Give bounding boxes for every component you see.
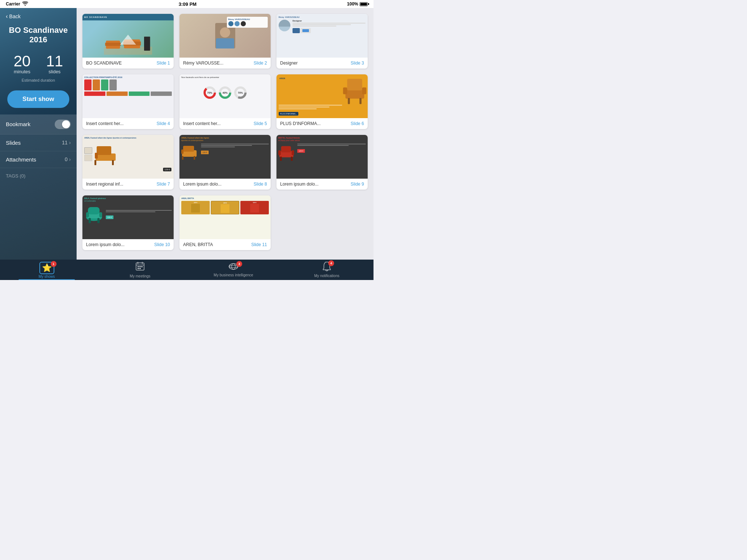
- svg-rect-49: [138, 266, 139, 267]
- bookmark-toggle[interactable]: [55, 120, 71, 129]
- svg-rect-37: [291, 157, 293, 161]
- main-content: ‹ Back BO Scandinave 2016 20 minutes 11 …: [0, 8, 374, 260]
- tab-my-notifications[interactable]: 4 My notifications: [280, 260, 374, 280]
- slide-card-6[interactable]: AREN: [276, 74, 368, 129]
- slide-number-11: Slide 11: [251, 242, 267, 247]
- slide-thumbnail-3: Rémy VAROUSSEAU Designer: [276, 14, 368, 58]
- svg-rect-31: [194, 156, 195, 160]
- slide-name-6: PLUS D'INFORMA...: [280, 121, 348, 126]
- svg-rect-2: [105, 43, 121, 46]
- svg-rect-26: [112, 160, 114, 165]
- slide-card-4[interactable]: COLLECTION PRINTEMPS-ÉTÉ 2016: [82, 74, 174, 129]
- slide-number-9: Slide 9: [351, 182, 364, 187]
- svg-rect-52: [138, 268, 139, 269]
- svg-rect-51: [141, 266, 143, 267]
- svg-rect-33: [281, 146, 291, 152]
- tab-my-meetings[interactable]: My meetings: [93, 260, 187, 280]
- start-show-button[interactable]: Start show: [7, 90, 69, 108]
- status-bar-time: 3:09 PM: [179, 1, 197, 7]
- my-notifications-icon: [322, 266, 331, 272]
- svg-rect-28: [183, 146, 194, 152]
- my-business-icon: [228, 265, 239, 272]
- slide-card-9[interactable]: BRITTA, Fauteuil féminin et Depsy pour c…: [276, 135, 368, 190]
- slide-thumbnail-1: BO SCANDINAVE: [82, 14, 174, 58]
- slide-card-10[interactable]: EBLA, Fauteuil généreux et Confortable: [82, 195, 174, 250]
- slides-stat: 11 slides: [46, 54, 63, 74]
- slide-name-9: Lorem ipsum dolo...: [280, 182, 348, 187]
- slides-chevron-icon: ›: [69, 140, 71, 145]
- slide-thumbnail-4: COLLECTION PRINTEMPS-ÉTÉ 2016: [82, 74, 174, 118]
- slide-card-3[interactable]: Rémy VAROUSSEAU Designer: [276, 14, 368, 69]
- slides-number: 11: [46, 54, 63, 69]
- slide-info-6: PLUS D'INFORMA... Slide 6: [276, 118, 368, 129]
- slide-number-3: Slide 3: [351, 61, 364, 66]
- slide-info-5: Insert content her... Slide 5: [179, 118, 271, 129]
- slide-card-8[interactable]: AREN, Fauteuil allant des lignes épurées…: [179, 135, 271, 190]
- slide-number-1: Slide 1: [156, 61, 170, 66]
- svg-rect-44: [97, 218, 100, 223]
- left-panel: ‹ Back BO Scandinave 2016 20 minutes 11 …: [0, 8, 77, 260]
- wifi-icon: [22, 1, 28, 7]
- svg-rect-19: [362, 88, 366, 94]
- duration-label: Estimated duration: [0, 78, 77, 87]
- svg-rect-41: [86, 212, 89, 217]
- svg-rect-36: [280, 157, 282, 161]
- slide-name-10: Lorem ipsum dolo...: [86, 242, 152, 247]
- toggle-knob: [62, 120, 70, 128]
- my-shows-star-icon: ⭐: [42, 263, 52, 273]
- slides-grid: BO SCANDINAVE: [82, 14, 368, 250]
- my-business-label: My business intelligence: [214, 273, 253, 277]
- slide-name-11: AREN, BRITTA: [183, 242, 249, 247]
- slide-thumbnail-2: Rémy VAROUSSEAU: [179, 14, 271, 58]
- svg-rect-24: [95, 153, 98, 159]
- status-bar-right: 100%: [347, 1, 368, 7]
- slides-row-right: 11 ›: [62, 140, 71, 145]
- my-notifications-label: My notifications: [314, 274, 340, 278]
- slide-card-11[interactable]: AREN, BRITTA 129 € 129 €: [179, 195, 271, 250]
- svg-rect-18: [343, 88, 347, 94]
- svg-rect-43: [89, 218, 91, 223]
- slide-card-5[interactable]: Nos fauteuils sont fiers de se présenter…: [179, 74, 271, 129]
- back-button[interactable]: ‹ Back: [0, 8, 77, 23]
- slides-row[interactable]: Slides 11 ›: [0, 135, 77, 151]
- slide-number-7: Slide 7: [156, 182, 170, 187]
- slide-name-3: Designer: [280, 61, 348, 66]
- my-shows-label: My shows: [39, 275, 55, 279]
- slide-info-11: AREN, BRITTA Slide 11: [179, 239, 271, 250]
- my-notifications-badge: 4: [328, 260, 334, 266]
- slide-number-8: Slide 8: [253, 182, 267, 187]
- my-shows-badge: 1: [51, 261, 57, 267]
- svg-rect-29: [181, 149, 183, 154]
- slide-card-7[interactable]: AREN, Fauteuil allant des lignes épurées…: [82, 135, 174, 190]
- bookmark-toggle-row: Bookmark: [0, 114, 77, 135]
- svg-rect-50: [139, 266, 141, 267]
- svg-rect-42: [99, 212, 102, 217]
- slide-thumbnail-8: AREN, Fauteuil allant des lignes épurées…: [179, 135, 271, 179]
- back-label: Back: [9, 13, 20, 19]
- minutes-stat: 20 minutes: [13, 54, 31, 74]
- slide-number-2: Slide 2: [253, 61, 267, 66]
- tab-my-shows[interactable]: ⭐ 1 My shows: [0, 260, 93, 280]
- slide-info-4: Insert content her... Slide 4: [82, 118, 174, 129]
- svg-rect-17: [347, 79, 362, 90]
- svg-text:40%: 40%: [222, 92, 228, 94]
- minutes-number: 20: [13, 54, 31, 69]
- slides-panel: BO SCANDINAVE: [77, 8, 374, 260]
- attachments-row[interactable]: Attachments 0 ›: [0, 151, 77, 168]
- status-bar-left: Carrier: [6, 1, 28, 7]
- tags-label: TAGS (0): [0, 168, 77, 184]
- my-shows-active-indicator: [19, 279, 75, 280]
- slide-info-2: Rémy VAROUSSE... Slide 2: [179, 58, 271, 69]
- slide-number-10: Slide 10: [154, 242, 170, 247]
- svg-point-55: [232, 264, 235, 269]
- tab-my-business[interactable]: 3 My business intelligence: [187, 260, 280, 280]
- slide-info-10: Lorem ipsum dolo... Slide 10: [82, 239, 174, 250]
- attachments-row-right: 0 ›: [65, 156, 71, 162]
- slide-name-2: Rémy VAROUSSE...: [183, 61, 251, 66]
- slide-info-9: Lorem ipsum dolo... Slide 9: [276, 179, 368, 190]
- slide-card-1[interactable]: BO SCANDINAVE: [82, 14, 174, 69]
- slide-card-2[interactable]: Rémy VAROUSSEAU Rémy VAROUSSE...: [179, 14, 271, 69]
- slide-name-7: Insert regional inf...: [86, 182, 154, 187]
- stats-row: 20 minutes 11 slides: [0, 50, 77, 78]
- svg-rect-23: [97, 146, 111, 155]
